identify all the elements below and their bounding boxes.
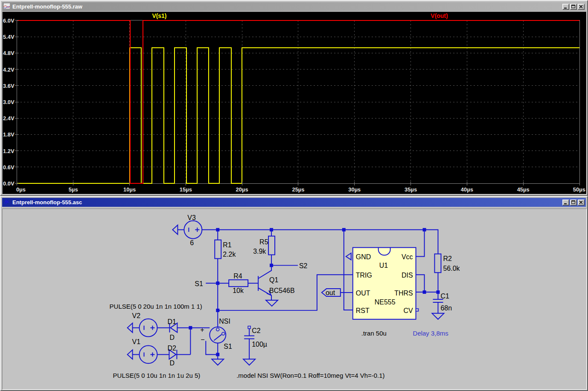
minimize-button[interactable]	[562, 4, 569, 10]
x-tick-label: 5µs	[69, 186, 78, 193]
x-tick-label: 15µs	[180, 186, 192, 193]
net-label-out[interactable]: out	[326, 289, 335, 296]
voltage-source-v1[interactable]: V1	[128, 339, 157, 364]
x-tick-label: 40µs	[461, 186, 473, 193]
x-tick-label: 45µs	[517, 186, 530, 193]
y-tick-label: 2.4V	[3, 115, 15, 122]
plot-axis-ticks	[15, 20, 579, 185]
resistor-r5[interactable]: R5 3.9k	[253, 236, 275, 255]
y-tick-label: 0.6V	[3, 164, 15, 171]
v3-ref: V3	[187, 214, 196, 221]
waveform-window-title: Entprell-monoflop-555.raw	[12, 3, 560, 10]
directive-tran[interactable]: .tran 50u	[361, 330, 387, 337]
close-button[interactable]	[578, 4, 585, 10]
net-labels[interactable]: S1 S2 out	[195, 262, 341, 296]
schematic-canvas[interactable]: V3 6 R1 2.2k R5 3.9k R4 10k	[2, 209, 587, 390]
transistor-q1[interactable]: Q1 BC546B	[258, 265, 294, 306]
v3-value: 6	[190, 239, 194, 246]
q1-value: BC546B	[269, 287, 294, 294]
c2-value: 100µ	[252, 341, 267, 348]
r2-value: 56.0k	[443, 265, 460, 272]
voltage-source-v3[interactable]: V3 6	[172, 214, 202, 246]
x-tick-label: 25µs	[292, 186, 304, 193]
pin-rst: RST	[356, 307, 370, 314]
v2-ref: V2	[132, 312, 141, 319]
ground-left-icon	[172, 225, 178, 235]
minimize-button[interactable]	[562, 200, 569, 206]
directive-pulse-v2[interactable]: PULSE(5 0 20u 1n 1n 100m 1 1)	[110, 303, 202, 310]
c2-open-terminal	[248, 326, 250, 329]
sw-plus-label: +	[200, 326, 204, 333]
r1-ref: R1	[223, 241, 232, 249]
resistor-r1[interactable]: R1 2.2k	[215, 240, 236, 259]
comment-delay[interactable]: Delay 3,8ms	[413, 330, 448, 337]
diode-d2[interactable]: D2 D	[167, 345, 177, 367]
ground-left-icon	[128, 323, 133, 333]
d1-value: D	[169, 334, 175, 341]
r5-value: 3.9k	[253, 248, 266, 255]
voltage-source-v2[interactable]: V2	[128, 312, 157, 337]
sw-minus-label: −	[201, 336, 204, 343]
ltspice-desktop: Entprell-monoflop-555.raw 0µs5µs10µs1	[0, 0, 588, 391]
legend-vs1[interactable]: V(s1)	[152, 12, 166, 19]
gnd-pin-arrow-icon	[346, 253, 351, 260]
ground-icon	[212, 359, 224, 365]
waveform-window-controls	[562, 4, 585, 10]
legend-vout[interactable]: V(out)	[431, 12, 448, 19]
ground-icon	[432, 313, 444, 319]
waveform-file-icon	[3, 3, 10, 11]
r1-value: 2.2k	[223, 251, 236, 258]
directive-model[interactable]: .model NSI SW(Ron=0.1 Roff=10meg Vt=4 Vh…	[236, 372, 384, 379]
directive-pulse-v1[interactable]: PULSE(5 0 10u 1n 1n 1u 2u 5)	[113, 372, 201, 379]
y-tick-label: 4.2V	[3, 67, 15, 73]
schematic-window-title: Entprell-monoflop-555.asc	[12, 199, 560, 206]
d1-ref: D1	[167, 318, 176, 325]
ground-left-icon	[128, 350, 133, 359]
capacitor-c1[interactable]: C1 68n	[432, 293, 452, 319]
pin-thrs: THRS	[394, 290, 413, 297]
ic-ne555[interactable]: GND TRIG OUT RST Vcc DIS THRS CV U1 NE55…	[346, 248, 419, 319]
diode-d1[interactable]: D1 D	[167, 318, 177, 341]
x-tick-label: 30µs	[348, 186, 361, 193]
y-tick-label: 6.0V	[3, 17, 15, 24]
switch-s1[interactable]: + − NSI S1	[200, 318, 232, 365]
r2-ref: R2	[443, 255, 452, 262]
pin-out: OUT	[356, 290, 370, 297]
maximize-button[interactable]	[570, 4, 577, 10]
pin-vcc: Vcc	[402, 253, 413, 261]
sw-model-label: NSI	[219, 318, 230, 325]
schematic-titlebar[interactable]: Entprell-monoflop-555.asc	[2, 198, 586, 207]
waveform-titlebar[interactable]: Entprell-monoflop-555.raw	[2, 2, 586, 11]
schematic-file-icon	[3, 199, 10, 206]
u1-ref: U1	[379, 262, 388, 269]
d2-value: D	[169, 359, 175, 367]
window-schematic: Entprell-monoflop-555.asc	[0, 196, 588, 391]
net-label-s2[interactable]: S2	[299, 262, 308, 269]
close-button[interactable]	[578, 200, 585, 206]
net-label-s1[interactable]: S1	[195, 280, 203, 287]
resistor-r4[interactable]: R4 10k	[229, 272, 248, 294]
y-tick-label: 4.8V	[3, 50, 15, 56]
pin-trig: TRIG	[356, 272, 372, 279]
plot-axis-labels: 0µs5µs10µs15µs20µs25µs30µs35µs40µs45µs50…	[3, 17, 585, 193]
y-tick-label: 5.4V	[3, 34, 15, 40]
v1-ref: V1	[132, 339, 141, 346]
ground-icon	[243, 359, 255, 365]
capacitor-c2[interactable]: C2 100µ	[243, 326, 267, 365]
x-tick-label: 10µs	[123, 186, 136, 193]
cv-open-terminal	[416, 309, 419, 311]
waveform-plot-area[interactable]: 0µs5µs10µs15µs20µs25µs30µs35µs40µs45µs50…	[2, 12, 587, 194]
pin-gnd: GND	[356, 253, 371, 261]
x-tick-label: 20µs	[236, 186, 248, 193]
x-tick-label: 35µs	[405, 186, 417, 193]
ground-icon	[266, 300, 278, 306]
pin-dis: DIS	[402, 272, 413, 279]
c1-value: 68n	[440, 304, 452, 312]
maximize-button[interactable]	[570, 200, 577, 206]
y-tick-label: 0.0V	[3, 180, 15, 187]
resistor-r2[interactable]: R2 56.0k	[435, 254, 460, 273]
c1-ref: C1	[440, 293, 449, 300]
plot-gridlines	[17, 20, 579, 183]
x-tick-label: 50µs	[573, 186, 585, 193]
q1-ref: Q1	[269, 276, 278, 284]
